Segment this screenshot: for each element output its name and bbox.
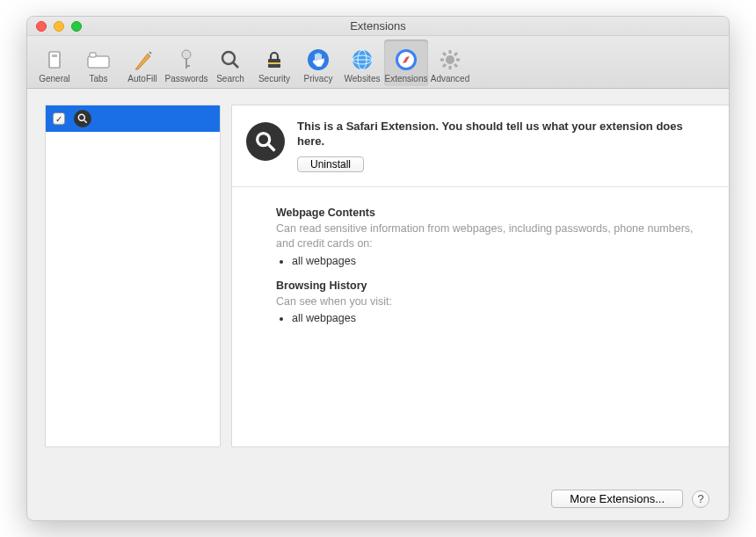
tab-search[interactable]: Search [208,40,252,86]
tab-label: Advanced [431,74,469,83]
more-extensions-button[interactable]: More Extensions... [551,490,683,508]
svg-point-7 [222,52,235,64]
tab-label: Passwords [165,74,208,83]
svg-line-23 [443,53,446,55]
svg-point-18 [446,55,454,64]
tab-extensions[interactable]: Extensions [384,40,428,86]
privacy-hand-icon [306,47,331,72]
svg-point-11 [308,49,329,70]
extension-detail-panel: This is a Safari Extension. You should t… [231,105,729,447]
permission-description: Can see when you visit: [276,294,694,309]
tab-label: Websites [345,74,381,83]
svg-point-4 [182,50,191,59]
general-icon [42,47,67,72]
security-lock-icon [262,47,287,72]
tab-passwords[interactable]: Passwords [164,40,208,86]
extension-icon-large [246,122,285,161]
content-area: ✓ This is a Safari Extension. You should… [27,89,729,490]
permission-description: Can read sensitive information from webp… [276,221,694,251]
help-button[interactable]: ? [692,490,709,508]
minimize-window-button[interactable] [54,21,64,32]
tab-privacy[interactable]: Privacy [296,40,340,86]
permission-item: all webpages [292,255,694,267]
passwords-key-icon [174,47,199,72]
tab-label: Privacy [304,74,333,83]
tabs-icon [86,47,111,72]
permission-item: all webpages [292,312,694,324]
uninstall-button[interactable]: Uninstall [297,156,364,172]
extension-icon [74,110,91,127]
tab-label: Tabs [89,74,107,83]
title-bar: Extensions [27,17,729,36]
tab-general[interactable]: General [33,40,76,86]
svg-rect-6 [185,65,190,67]
svg-line-25 [443,64,446,67]
svg-rect-5 [185,58,187,69]
svg-rect-3 [90,53,96,57]
preferences-window: Extensions General Tabs AutoFill Passw [26,16,730,521]
tab-label: Security [258,74,290,83]
close-window-button[interactable] [36,21,47,32]
svg-rect-1 [52,54,57,57]
maximize-window-button[interactable] [71,21,82,32]
tab-advanced[interactable]: Advanced [428,40,472,86]
window-title: Extensions [350,19,406,33]
svg-line-8 [233,62,238,68]
svg-line-24 [454,64,457,67]
websites-globe-icon [350,47,374,72]
autofill-icon [130,47,155,72]
extension-enabled-checkbox[interactable]: ✓ [53,112,65,125]
svg-point-29 [258,134,270,146]
tab-security[interactable]: Security [252,40,296,86]
search-icon [218,47,243,72]
svg-point-27 [78,114,84,120]
tab-label: Extensions [385,74,428,83]
tab-label: Search [216,74,244,83]
permission-heading: Webpage Contents [276,207,694,219]
traffic-lights [36,21,82,32]
tab-websites[interactable]: Websites [340,40,384,86]
footer: More Extensions... ? [27,490,729,520]
extension-description: This is a Safari Extension. You should t… [297,120,711,149]
svg-rect-0 [49,52,60,68]
tab-autofill[interactable]: AutoFill [120,40,164,86]
extensions-compass-icon [394,47,418,72]
preferences-toolbar: General Tabs AutoFill Passwords Search [27,36,729,89]
svg-rect-2 [88,56,109,68]
detail-header: This is a Safari Extension. You should t… [232,105,729,187]
svg-line-28 [84,120,87,123]
permissions-section: Webpage Contents Can read sensitive info… [232,187,729,346]
permission-heading: Browsing History [276,279,694,292]
advanced-gear-icon [438,47,462,72]
tab-label: General [39,74,70,83]
svg-line-30 [269,145,275,151]
extension-list-item[interactable]: ✓ [46,105,220,132]
tab-tabs[interactable]: Tabs [76,40,120,86]
svg-line-26 [454,53,457,55]
svg-rect-10 [268,62,280,64]
tab-label: AutoFill [127,74,156,83]
extensions-sidebar: ✓ [45,105,221,447]
